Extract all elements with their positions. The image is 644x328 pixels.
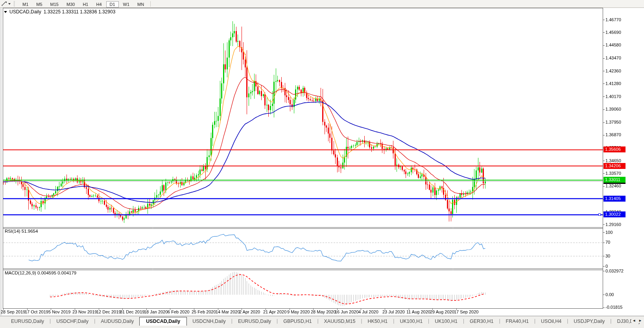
price-axis-tick: 1.44580 xyxy=(605,43,621,47)
rsi-axis-tick: 0 xyxy=(605,264,608,269)
date-axis-tick: 5 Nov 2019 xyxy=(48,309,70,314)
chart-tab-usdcad-daily[interactable]: USDCAD,Daily xyxy=(139,317,187,326)
chart-tabs: EURUSD,Daily|USDCHF,Daily|AUDUSD,DailyUS… xyxy=(0,316,644,326)
chart-ohlc-values: 1.33225 1.33311 1.32836 1.32903 xyxy=(44,9,116,15)
chart-symbol-timeframe: USDCAD,Daily xyxy=(9,9,41,15)
rsi-indicator-label: RSI(14) 51.9654 xyxy=(5,229,38,233)
macd-axis-tick: -0.01815 xyxy=(605,305,622,309)
macd-axis-tick: 0.00 xyxy=(605,292,614,297)
price-axis-tick: 1.37950 xyxy=(605,120,621,124)
rsi-axis-tick: 30 xyxy=(605,254,610,258)
price-axis-tick: 1.39060 xyxy=(605,107,621,111)
date-axis-tick: 9 May 2020 xyxy=(287,309,310,314)
timeframe-button-m1[interactable]: M1 xyxy=(19,1,32,7)
price-line-badge-1-31405[interactable]: 1.31405 xyxy=(603,196,626,202)
chart-tab-bar: EURUSD,Daily|USDCHF,Daily|AUDUSD,DailyUS… xyxy=(0,316,644,328)
chart-menu-arrow-icon[interactable] xyxy=(4,11,7,13)
price-axis-tick: 1.32460 xyxy=(605,183,621,188)
date-axis-tick: 28 Sep 2019 xyxy=(1,309,25,314)
toolbar-separator xyxy=(150,1,151,7)
chart-tab-eurusd-daily[interactable]: EURUSD,Daily xyxy=(6,317,50,326)
chart-tab-uk100-h1[interactable]: UK100,H1 xyxy=(394,317,428,326)
price-line-badge-1-30022[interactable]: 1.30022 xyxy=(603,211,626,217)
macd-indicator-label: MACD(12,26,9) 0.004595 0.004179 xyxy=(5,271,76,275)
price-axis-tick: 1.34650 xyxy=(605,158,621,163)
date-axis-tick: 17 Oct 2019 xyxy=(25,309,48,314)
chart-tab-eurusd-daily[interactable]: EURUSD,Daily xyxy=(233,317,277,326)
price-axis-tick: 1.45690 xyxy=(605,30,621,35)
timeframe-button-m15[interactable]: M15 xyxy=(47,1,62,7)
rsi-axis-tick: 70 xyxy=(605,240,610,245)
date-axis-tick: 12 Dec 2019 xyxy=(96,309,121,314)
cursor-tool-icon xyxy=(1,1,7,6)
date-axis-tick: 29 Aug 2020 xyxy=(430,309,454,314)
price-line-badge-1-33011[interactable]: 1.33011 xyxy=(603,177,626,183)
chart-tab-usdchf-daily[interactable]: USDCHF,Daily xyxy=(51,317,94,326)
date-axis-tick: 23 Jul 2020 xyxy=(382,309,405,314)
tab-scroll-right-icon[interactable]: ► xyxy=(638,319,642,322)
date-axis-tick: 18 Jan 2020 xyxy=(144,309,168,314)
price-axis-tick: 1.43470 xyxy=(605,56,621,60)
date-axis-tick: 2 Apr 2020 xyxy=(239,309,260,314)
chart-tab-uk100-h1[interactable]: UK100,H1 xyxy=(429,317,463,326)
chart-tab-ger30-h1[interactable]: GER30,H1 xyxy=(464,317,499,326)
mt4-terminal-window: 1.467701.456901.445801.434701.423601.412… xyxy=(0,0,644,328)
price-axis-tick: 1.36870 xyxy=(605,132,621,137)
price-axis-tick: 1.42360 xyxy=(605,69,621,73)
rsi-axis-tick: 100 xyxy=(605,230,613,235)
timeframe-toolbar: M1M5M15M30H1H4D1W1MN xyxy=(0,0,644,8)
price-line-badge-1-34206[interactable]: 1.34206 xyxy=(603,163,626,169)
chart-tool-button[interactable] xyxy=(1,1,11,6)
price-axis-tick: 1.33570 xyxy=(605,171,621,176)
tab-scroll-left-icon[interactable]: ◄ xyxy=(632,319,636,322)
timeframe-button-mn[interactable]: MN xyxy=(134,1,148,7)
chart-tab-usdcnh-daily[interactable]: USDCNH,Daily xyxy=(187,317,231,326)
date-axis-tick: 16 Jun 2020 xyxy=(335,309,359,314)
chart-tab-audusd-daily[interactable]: AUDUSD,Daily xyxy=(95,317,139,326)
timeframe-button-h1[interactable]: H1 xyxy=(79,1,92,7)
timeframe-button-m30[interactable]: M30 xyxy=(63,1,78,7)
price-axis-tick: 1.41280 xyxy=(605,81,621,86)
timeframe-button-m5[interactable]: M5 xyxy=(33,1,46,7)
date-axis-tick: 11 Aug 2020 xyxy=(406,309,430,314)
timeframe-button-h4[interactable]: H4 xyxy=(92,1,105,7)
price-axis-tick: 1.40170 xyxy=(605,94,621,99)
timeframe-button-d1[interactable]: D1 xyxy=(106,1,119,7)
date-axis-tick: 17 Sep 2020 xyxy=(454,309,478,314)
date-axis-tick: 4 Jul 2020 xyxy=(358,309,378,314)
timeframe-button-w1[interactable]: W1 xyxy=(120,1,133,7)
chart-tab-fra40-h1[interactable]: FRA40,H1 xyxy=(500,317,534,326)
price-axis-tick: 1.29160 xyxy=(605,222,621,227)
timeframe-buttons: M1M5M15M30H1H4D1W1MN xyxy=(18,0,148,7)
toolbar-grip[interactable] xyxy=(14,1,16,6)
price-axis-tick: 1.46770 xyxy=(605,17,621,22)
chart-title: USDCAD,Daily 1.33225 1.33311 1.32836 1.3… xyxy=(4,9,115,15)
date-axis-tick: 14 Mar 2020 xyxy=(216,309,240,314)
chevron-down-icon xyxy=(8,3,11,5)
chart-tab-xauusd-m15[interactable]: XAUUSD,M15 xyxy=(319,317,361,326)
date-axis-tick: 25 Feb 2020 xyxy=(192,309,216,314)
tab-scroll-arrows: ◄ ► xyxy=(631,318,643,323)
chart-tab-gbpusd-h1[interactable]: GBPUSD,H1 xyxy=(278,317,317,326)
chart-tab-usdjpy-daily[interactable]: USDJPY,Daily xyxy=(568,317,610,326)
price-line-badge-1-35606[interactable]: 1.35606 xyxy=(603,146,626,152)
date-axis-tick: 31 Dec 2019 xyxy=(120,309,144,314)
date-axis-tick: 21 Apr 2020 xyxy=(263,309,286,314)
chart-labels-layer: 1.467701.456901.445801.434701.423601.412… xyxy=(0,0,644,328)
date-axis-tick: 23 Nov 2019 xyxy=(72,309,97,314)
chart-tab-usoil-h4[interactable]: USOil,H4 xyxy=(535,317,567,326)
chart-tab-hk50-h1[interactable]: HK50,H1 xyxy=(362,317,393,326)
macd-axis-tick: 0.032972 xyxy=(605,269,624,273)
date-axis-tick: 28 May 2020 xyxy=(311,309,336,314)
date-axis-tick: 6 Feb 2020 xyxy=(168,309,190,314)
